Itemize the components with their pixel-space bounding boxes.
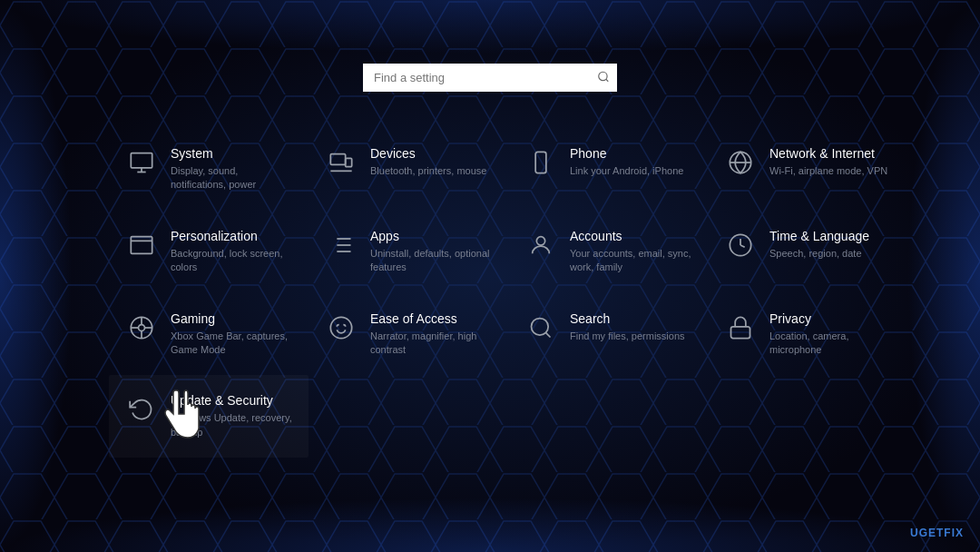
svg-point-0: [599, 72, 607, 80]
svg-rect-32: [731, 326, 750, 338]
setting-text-ease: Ease of Access Narrator, magnifier, high…: [370, 311, 492, 358]
setting-subtitle-phone: Link your Android, iPhone: [570, 164, 683, 178]
personalization-icon: [125, 229, 158, 261]
setting-text-search: Search Find my files, permissions: [570, 311, 685, 343]
watermark: UGETFIX: [910, 527, 964, 539]
main-content: System Display, sound, notifications, po…: [0, 0, 980, 458]
setting-subtitle-apps: Uninstall, defaults, optional features: [370, 247, 492, 275]
setting-subtitle-time: Speech, region, date: [769, 247, 869, 261]
setting-subtitle-devices: Bluetooth, printers, mouse: [370, 164, 486, 178]
setting-item-system[interactable]: System Display, sound, notifications, po…: [109, 128, 309, 211]
update-icon: [125, 393, 158, 426]
setting-text-devices: Devices Bluetooth, printers, mouse: [370, 146, 486, 178]
setting-subtitle-search: Find my files, permissions: [570, 330, 685, 343]
setting-subtitle-privacy: Location, camera, microphone: [769, 330, 891, 358]
svg-rect-8: [535, 152, 546, 172]
svg-rect-12: [131, 236, 152, 253]
setting-item-accounts[interactable]: Accounts Your accounts, email, sync, wor…: [508, 211, 708, 293]
search-icon: [524, 311, 557, 344]
setting-item-network[interactable]: Network & Internet Wi-Fi, airplane mode,…: [708, 128, 907, 211]
svg-rect-6: [346, 158, 352, 166]
search-container: [363, 64, 617, 92]
setting-subtitle-network: Wi-Fi, airplane mode, VPN: [769, 164, 887, 178]
svg-point-24: [139, 324, 145, 330]
setting-title-accounts: Accounts: [570, 229, 691, 243]
time-icon: [724, 229, 757, 261]
setting-subtitle-update: Windows Update, recovery, backup: [171, 411, 292, 439]
setting-subtitle-accounts: Your accounts, email, sync, work, family: [570, 247, 691, 275]
setting-text-system: System Display, sound, notifications, po…: [171, 146, 292, 192]
setting-title-devices: Devices: [370, 146, 486, 161]
setting-item-devices[interactable]: Devices Bluetooth, printers, mouse: [309, 128, 508, 211]
setting-item-gaming[interactable]: Gaming Xbox Game Bar, captures, Game Mod…: [109, 293, 309, 376]
setting-title-gaming: Gaming: [171, 311, 292, 326]
setting-item-personalization[interactable]: Personalization Background, lock screen,…: [109, 211, 309, 293]
setting-title-time: Time & Language: [769, 229, 869, 243]
svg-point-30: [532, 318, 549, 335]
setting-title-phone: Phone: [570, 146, 683, 161]
setting-item-apps[interactable]: Apps Uninstall, defaults, optional featu…: [309, 211, 508, 293]
setting-title-update: Update & Security: [171, 393, 292, 408]
setting-item-search[interactable]: Search Find my files, permissions: [508, 293, 708, 376]
svg-point-19: [536, 236, 544, 244]
setting-subtitle-system: Display, sound, notifications, power: [171, 164, 292, 192]
watermark-get: GET: [919, 527, 945, 539]
setting-text-privacy: Privacy Location, camera, microphone: [769, 311, 891, 358]
gaming-icon: [125, 311, 158, 344]
setting-item-time[interactable]: Time & Language Speech, region, date: [708, 211, 907, 293]
svg-line-22: [740, 245, 745, 247]
setting-text-apps: Apps Uninstall, defaults, optional featu…: [370, 229, 492, 275]
privacy-icon: [724, 311, 757, 344]
setting-text-accounts: Accounts Your accounts, email, sync, wor…: [570, 229, 691, 275]
setting-text-update: Update & Security Windows Update, recove…: [171, 393, 292, 439]
svg-line-31: [545, 332, 550, 337]
ease-icon: [325, 311, 358, 344]
apps-icon: [325, 229, 358, 261]
setting-subtitle-gaming: Xbox Game Bar, captures, Game Mode: [171, 330, 292, 358]
setting-item-phone[interactable]: Phone Link your Android, iPhone: [508, 128, 708, 211]
svg-line-1: [606, 79, 609, 82]
glow-bottom: [0, 498, 980, 552]
accounts-icon: [524, 229, 557, 261]
watermark-u: U: [910, 527, 919, 539]
setting-title-search: Search: [570, 311, 685, 326]
search-input[interactable]: [363, 64, 617, 92]
setting-item-privacy[interactable]: Privacy Location, camera, microphone: [708, 293, 907, 376]
setting-title-system: System: [171, 146, 292, 161]
settings-grid: System Display, sound, notifications, po…: [54, 128, 926, 458]
setting-text-phone: Phone Link your Android, iPhone: [570, 146, 683, 178]
setting-subtitle-ease: Narrator, magnifier, high contrast: [370, 330, 492, 358]
setting-subtitle-personalization: Background, lock screen, colors: [171, 247, 292, 275]
setting-title-apps: Apps: [370, 229, 492, 243]
setting-title-network: Network & Internet: [769, 146, 887, 161]
setting-text-time: Time & Language Speech, region, date: [769, 229, 869, 261]
setting-title-privacy: Privacy: [769, 311, 891, 326]
network-icon: [724, 146, 757, 179]
phone-icon: [524, 146, 557, 179]
svg-rect-2: [131, 153, 152, 168]
setting-text-personalization: Personalization Background, lock screen,…: [171, 229, 292, 275]
setting-item-ease[interactable]: Ease of Access Narrator, magnifier, high…: [309, 293, 508, 376]
setting-title-personalization: Personalization: [171, 229, 292, 243]
watermark-fix: FIX: [944, 527, 964, 539]
system-icon: [125, 146, 158, 179]
setting-text-gaming: Gaming Xbox Game Bar, captures, Game Mod…: [171, 311, 292, 358]
setting-title-ease: Ease of Access: [370, 311, 492, 326]
setting-item-update[interactable]: Update & Security Windows Update, recove…: [109, 375, 309, 458]
search-icon: [597, 70, 610, 85]
devices-icon: [325, 146, 358, 179]
svg-point-29: [330, 317, 351, 338]
setting-text-network: Network & Internet Wi-Fi, airplane mode,…: [769, 146, 887, 178]
svg-rect-5: [330, 154, 345, 165]
